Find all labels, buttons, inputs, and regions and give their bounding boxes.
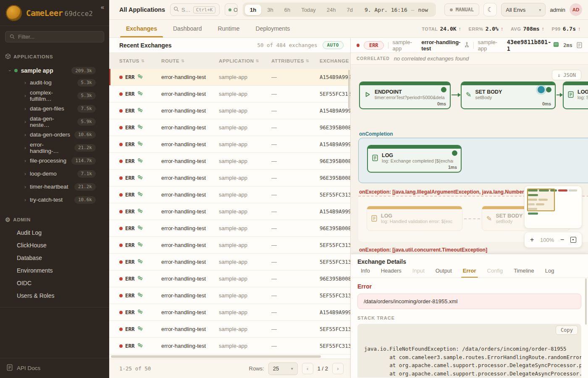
vertical-scrollbar[interactable] bbox=[348, 70, 350, 108]
time-range-button[interactable]: 3h bbox=[262, 5, 278, 15]
details-tab[interactable]: Headers bbox=[381, 268, 402, 278]
api-docs-link[interactable]: API Docs bbox=[0, 358, 109, 378]
sidebar-route-item[interactable]: › complex-fulfillm… 5.3k bbox=[0, 89, 109, 102]
sidebar-filter-input[interactable] bbox=[18, 34, 100, 40]
status-dot bbox=[119, 260, 123, 264]
time-range-button[interactable]: 24h bbox=[322, 5, 341, 15]
table-row[interactable]: ERR error-handling-test sample-app — 96E… bbox=[109, 119, 350, 136]
column-header[interactable]: EXCHANGE ID ⇅ bbox=[320, 58, 350, 63]
vertical-scrollbar[interactable] bbox=[585, 278, 587, 325]
sidebar-admin-item[interactable]: Environments bbox=[0, 264, 109, 277]
avatar[interactable]: AD bbox=[570, 3, 582, 16]
table-row[interactable]: ERR error-handling-test sample-app — A15… bbox=[109, 304, 350, 321]
rows-per-page-select[interactable]: 25 ▾ bbox=[268, 362, 298, 375]
auto-refresh-badge[interactable]: AUTO bbox=[323, 41, 344, 49]
flow-node-endpoint[interactable]: ENDPOINT timer:errorTest?period=5000&del… bbox=[359, 81, 451, 109]
sidebar-admin-item[interactable]: OIDC bbox=[0, 277, 109, 289]
online-indicator[interactable]: O bbox=[225, 3, 238, 16]
table-row[interactable]: ERR error-handling-test sample-app — A15… bbox=[109, 69, 350, 86]
time-range-button[interactable]: 7d bbox=[342, 5, 358, 15]
time-range-button[interactable]: 6h bbox=[279, 5, 295, 15]
time-range-button[interactable]: Today bbox=[296, 5, 321, 15]
document-icon[interactable] bbox=[577, 42, 582, 48]
search-placeholder: S… bbox=[181, 7, 191, 13]
sidebar-route-item[interactable]: › audit-log 5.3k bbox=[0, 76, 109, 89]
sidebar-admin-item[interactable]: ClickHouse bbox=[0, 239, 109, 252]
tabs-row: ExchangesDashboardRuntimeDeployments TOT… bbox=[109, 20, 588, 38]
flow-node-exception-log[interactable]: LOG log: Handled validation error: ${exc… bbox=[367, 206, 462, 231]
column-header[interactable]: STATUS ⇅ bbox=[119, 58, 161, 63]
download-json-button[interactable]: ↓ JSON bbox=[552, 70, 581, 80]
table-row[interactable]: ERR error-handling-test sample-app — 5EF… bbox=[109, 186, 350, 203]
sidebar-route-item[interactable]: › loop-demo 7.1k bbox=[0, 167, 109, 180]
table-row[interactable]: ERR error-handling-test sample-app — 96E… bbox=[109, 270, 350, 287]
sidebar-item-sample-app[interactable]: › sample app 209.3k bbox=[0, 65, 109, 76]
table-row[interactable]: ERR error-handling-test sample-app — 96E… bbox=[109, 220, 350, 237]
column-header[interactable]: ATTRIBUTES ⇅ bbox=[271, 58, 320, 63]
column-header[interactable]: APPLICATION ⇅ bbox=[219, 58, 271, 63]
tab[interactable]: Exchanges bbox=[124, 20, 159, 37]
chevron-right-icon: › bbox=[337, 365, 339, 372]
next-page-button[interactable]: › bbox=[332, 363, 344, 374]
sidebar-admin-item[interactable]: Audit Log bbox=[0, 226, 109, 239]
route-flow-canvas[interactable]: ↓ JSON ENDPOINT timer:errorTest?period=5… bbox=[351, 65, 588, 254]
column-header[interactable]: ROUTE ⇅ bbox=[161, 58, 219, 63]
status-badge: ERR bbox=[364, 41, 384, 50]
details-tab[interactable]: Info bbox=[361, 268, 370, 278]
zoom-in-button[interactable]: + bbox=[530, 236, 534, 244]
table-row[interactable]: ERR error-handling-test sample-app — 5EF… bbox=[109, 254, 350, 270]
detail-app-name: sample-app bbox=[392, 39, 417, 52]
table-row[interactable]: ERR error-handling-test sample-app — 5EF… bbox=[109, 287, 350, 304]
sidebar-route-item[interactable]: › data-gen-files 7.5k bbox=[0, 102, 109, 115]
table-row[interactable]: ERR error-handling-test sample-app — A15… bbox=[109, 203, 350, 220]
copy-button[interactable]: Copy bbox=[556, 326, 578, 335]
details-tab[interactable]: Log bbox=[545, 268, 554, 278]
flow-minimap[interactable] bbox=[524, 186, 582, 228]
count-badge: 21.2k bbox=[74, 183, 96, 191]
tab[interactable]: Dashboard bbox=[171, 20, 204, 37]
time-range-button[interactable]: 1h bbox=[245, 5, 261, 15]
zoom-out-button[interactable]: − bbox=[560, 236, 564, 244]
minimap-viewport[interactable] bbox=[527, 189, 555, 211]
details-tab[interactable]: Error bbox=[463, 268, 476, 278]
table-row[interactable]: ERR error-handling-test sample-app — 5EF… bbox=[109, 86, 350, 102]
dark-mode-toggle[interactable]: ☾ bbox=[483, 3, 497, 16]
sidebar-admin-item[interactable]: Users & Roles bbox=[0, 289, 109, 302]
tab[interactable]: Runtime bbox=[216, 20, 241, 37]
horizontal-scrollbar[interactable] bbox=[111, 355, 321, 358]
sidebar-route-item[interactable]: › data-gen-neste… 5.9k bbox=[0, 115, 109, 128]
exchange-id[interactable]: 43ee9811b801-1 bbox=[507, 39, 559, 52]
manual-refresh-button[interactable]: MANUAL bbox=[444, 3, 479, 16]
details-tab[interactable]: Input bbox=[412, 268, 425, 278]
sidebar-route-item[interactable]: › timer-heartbeat 21.2k bbox=[0, 180, 109, 193]
flow-node-set-body[interactable]: ✎ SET BODY setBody 0ms bbox=[461, 81, 556, 109]
sidebar-route-item[interactable]: › data-gen-orders 10.6k bbox=[0, 128, 109, 141]
prev-page-button[interactable]: ‹ bbox=[302, 363, 313, 374]
sidebar-route-item[interactable]: › file-processing 114.7k bbox=[0, 154, 109, 167]
breakpoint-dot[interactable] bbox=[538, 86, 545, 93]
flow-node-completion-log[interactable]: LOG log: Exchange completed [${exchan 1m… bbox=[367, 145, 462, 173]
table-row[interactable]: ERR error-handling-test sample-app — 5EF… bbox=[109, 321, 350, 338]
table-row[interactable]: ERR error-handling-test sample-app — 5EF… bbox=[109, 338, 350, 354]
table-row[interactable]: ERR error-handling-test sample-app — A15… bbox=[109, 102, 350, 119]
table-row[interactable]: ERR error-handling-test sample-app — 5EF… bbox=[109, 237, 350, 254]
sidebar-route-item[interactable]: › try-catch-test 10.6k bbox=[0, 193, 109, 206]
detail-route-name[interactable]: error-handling-test bbox=[421, 39, 469, 52]
sidebar-route-item[interactable]: › error-handling-… 21.2k bbox=[0, 141, 109, 154]
flow-node-log[interactable]: LOG log: Sta bbox=[563, 81, 588, 109]
time-range-display[interactable]: 9. Apr. 16:16 – now bbox=[359, 7, 434, 13]
sidebar-admin-item[interactable]: Database bbox=[0, 252, 109, 264]
sidebar-collapse-button[interactable]: « bbox=[101, 3, 104, 10]
details-tab[interactable]: Timeline bbox=[514, 268, 534, 278]
table-row[interactable]: ERR error-handling-test sample-app — A15… bbox=[109, 136, 350, 153]
fit-view-button[interactable] bbox=[570, 237, 576, 243]
stack-trace[interactable]: java.io.FileNotFoundException: /data/ord… bbox=[357, 324, 581, 378]
details-tab[interactable]: Config bbox=[487, 268, 503, 278]
details-tab[interactable]: Output bbox=[436, 268, 452, 278]
tab[interactable]: Deployments bbox=[254, 20, 292, 37]
environment-select[interactable]: All Envs ▾ bbox=[501, 3, 546, 16]
error-heading: Error bbox=[357, 283, 581, 290]
table-row[interactable]: ERR error-handling-test sample-app — 96E… bbox=[109, 153, 350, 170]
table-row[interactable]: ERR error-handling-test sample-app — 96E… bbox=[109, 170, 350, 186]
global-search[interactable]: S… Ctrl+K bbox=[170, 3, 220, 16]
